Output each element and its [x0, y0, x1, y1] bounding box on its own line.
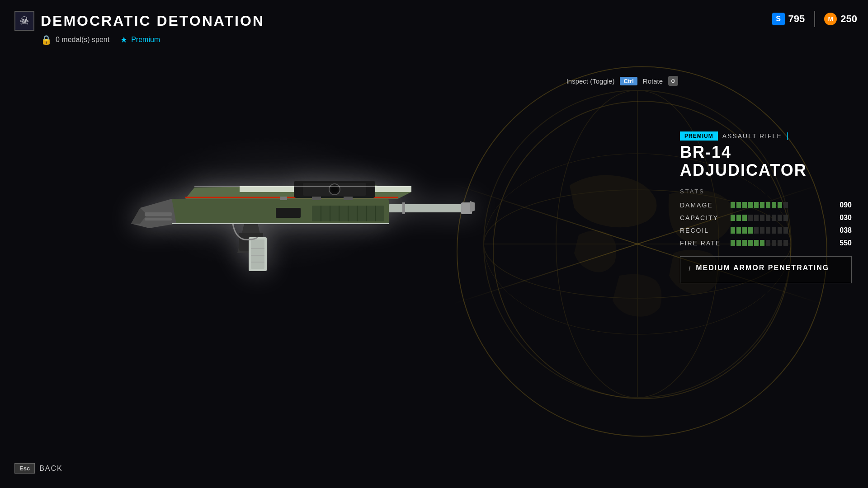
- stat-pip: [731, 240, 735, 246]
- skull-icon: ☠: [14, 11, 34, 31]
- header-title-row: ☠ DEMOCRATIC DETONATION: [14, 11, 264, 31]
- stat-pip: [748, 227, 753, 234]
- lock-icon: 🔒: [41, 34, 52, 45]
- type-separator: |: [787, 131, 789, 141]
- page-title: DEMOCRATIC DETONATION: [41, 13, 264, 29]
- medals-item: M 250: [824, 13, 857, 25]
- stat-pip: [731, 215, 735, 221]
- stat-pip: [736, 202, 741, 208]
- trait-row: I MEDIUM ARMOR PENETRATING: [689, 264, 843, 272]
- svg-rect-40: [280, 197, 287, 200]
- svg-rect-21: [145, 212, 172, 216]
- stat-row: DAMAGE090: [680, 201, 852, 209]
- stat-pip: [778, 202, 782, 208]
- stat-pip: [783, 227, 788, 234]
- stat-name: DAMAGE: [680, 202, 725, 209]
- super-credits-item: S 795: [772, 13, 805, 25]
- stat-pip: [766, 215, 770, 221]
- header: ☠ DEMOCRATIC DETONATION 🔒 0 medal(s) spe…: [14, 11, 264, 45]
- stat-pip: [783, 202, 788, 208]
- stat-pip: [778, 240, 782, 246]
- stat-pip: [754, 240, 759, 246]
- stat-pip: [783, 240, 788, 246]
- weapon-display-area: [90, 127, 488, 307]
- currency-divider: [814, 11, 815, 27]
- stat-pip: [736, 215, 741, 221]
- stats-section-label: STATS: [680, 188, 852, 195]
- stats-rows: DAMAGE090CAPACITY030RECOIL038FIRE RATE55…: [680, 201, 852, 247]
- stat-pip: [772, 227, 776, 234]
- rotate-mouse-icon: ⊙: [668, 76, 678, 86]
- stat-pip: [748, 202, 753, 208]
- svg-rect-17: [312, 197, 321, 200]
- stat-pip: [766, 227, 770, 234]
- svg-rect-39: [276, 208, 301, 218]
- stat-name: FIRE RATE: [680, 239, 725, 247]
- stat-pip: [748, 215, 753, 221]
- stat-row: CAPACITY030: [680, 214, 852, 222]
- controls-bar: Inspect (Toggle) Ctrl Rotate ⊙: [566, 76, 678, 86]
- stat-pip: [754, 202, 759, 208]
- stat-pip: [748, 240, 753, 246]
- back-button[interactable]: Esc BACK: [14, 463, 63, 474]
- medals-badge: 🔒 0 medal(s) spent: [41, 34, 109, 45]
- currency-bar: S 795 M 250: [772, 11, 857, 27]
- stat-pip: [760, 227, 764, 234]
- stat-pip: [736, 240, 741, 246]
- stat-bar: [731, 215, 830, 221]
- stat-bar: [731, 240, 830, 246]
- medals-icon: M: [824, 13, 837, 25]
- trait-number: I: [689, 264, 690, 272]
- stat-bar: [731, 202, 830, 208]
- stat-row: FIRE RATE550: [680, 239, 852, 247]
- stat-pip: [742, 215, 747, 221]
- svg-rect-10: [389, 204, 470, 212]
- svg-rect-22: [145, 218, 172, 221]
- stat-pip: [772, 202, 776, 208]
- back-label: BACK: [39, 465, 63, 473]
- weapon-type-row: PREMIUM ASSAULT RIFLE |: [680, 131, 852, 141]
- stat-pip: [754, 227, 759, 234]
- stat-pip: [742, 227, 747, 234]
- stat-value: 090: [835, 201, 852, 209]
- stat-pip: [736, 227, 741, 234]
- svg-rect-11: [402, 202, 405, 214]
- stat-pip: [766, 202, 770, 208]
- star-icon: ★: [120, 35, 127, 45]
- weapon-svg: [104, 145, 475, 289]
- weapon-name: BR-14 ADJUDICATOR: [680, 143, 852, 179]
- inspect-key-badge: Ctrl: [620, 77, 637, 85]
- premium-tag: PREMIUM: [680, 131, 718, 141]
- stat-pip: [760, 240, 764, 246]
- stat-pip: [772, 215, 776, 221]
- stat-pip: [772, 240, 776, 246]
- super-credits-value: 795: [788, 13, 805, 25]
- svg-marker-41: [470, 201, 475, 212]
- rotate-label: Rotate: [643, 77, 663, 85]
- stat-value: 038: [835, 226, 852, 235]
- stat-name: RECOIL: [680, 227, 725, 234]
- trait-box: I MEDIUM ARMOR PENETRATING: [680, 256, 852, 283]
- stat-pip: [778, 215, 782, 221]
- svg-rect-26: [251, 239, 264, 269]
- stat-pip: [760, 215, 764, 221]
- super-credits-icon: S: [772, 13, 785, 25]
- stat-value: 550: [835, 239, 852, 247]
- stat-pip: [766, 240, 770, 246]
- stat-pip: [778, 227, 782, 234]
- stat-pip: [731, 202, 735, 208]
- weapon-type-label: ASSAULT RIFLE: [722, 132, 782, 140]
- svg-point-16: [331, 186, 338, 192]
- stats-panel: PREMIUM ASSAULT RIFLE | BR-14 ADJUDICATO…: [680, 131, 852, 283]
- stat-pip: [754, 215, 759, 221]
- premium-badge: ★ Premium: [120, 35, 160, 45]
- stat-pip: [783, 215, 788, 221]
- esc-key-badge[interactable]: Esc: [14, 463, 35, 474]
- stat-pip: [731, 227, 735, 234]
- medals-value: 250: [840, 13, 857, 25]
- stat-pip: [742, 240, 747, 246]
- medals-label: 0 medal(s) spent: [56, 36, 109, 44]
- stat-name: CAPACITY: [680, 214, 725, 221]
- stat-row: RECOIL038: [680, 226, 852, 235]
- premium-label: Premium: [131, 36, 160, 44]
